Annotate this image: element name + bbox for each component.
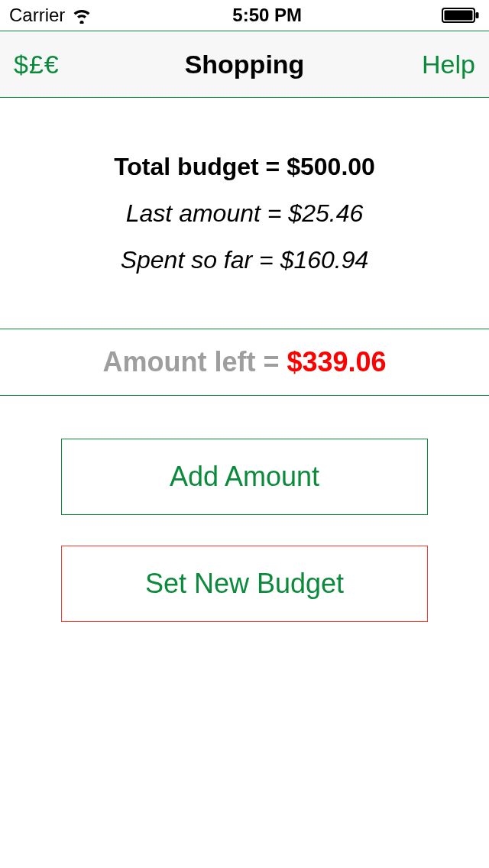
status-bar: Carrier 5:50 PM	[0, 0, 489, 31]
last-amount-label: Last amount =	[126, 199, 289, 227]
spent-so-far-label: Spent so far =	[121, 246, 280, 274]
amount-left-label: Amount left =	[102, 346, 279, 378]
carrier-label: Carrier	[9, 5, 65, 26]
spent-so-far-line: Spent so far = $160.94	[0, 237, 489, 283]
svg-rect-1	[444, 11, 472, 21]
total-budget-line: Total budget = $500.00	[0, 144, 489, 190]
wifi-icon	[71, 7, 92, 24]
action-buttons: Add Amount Set New Budget	[0, 439, 489, 622]
budget-summary: Total budget = $500.00 Last amount = $25…	[0, 144, 489, 283]
set-new-budget-button[interactable]: Set New Budget	[61, 546, 428, 622]
currency-button[interactable]: $£€	[14, 50, 60, 79]
amount-left-value: $339.06	[287, 346, 386, 378]
nav-bar: $£€ Shopping Help	[0, 31, 489, 98]
battery-icon	[442, 7, 480, 24]
amount-left-section: Amount left = $339.06	[0, 329, 489, 396]
page-title: Shopping	[0, 50, 489, 79]
total-budget-label: Total budget =	[114, 153, 287, 180]
add-amount-button[interactable]: Add Amount	[61, 439, 428, 515]
total-budget-value: $500.00	[287, 153, 375, 180]
last-amount-value: $25.46	[288, 199, 363, 227]
help-button[interactable]: Help	[422, 50, 475, 79]
status-left: Carrier	[9, 5, 92, 26]
svg-rect-2	[475, 12, 478, 18]
spent-so-far-value: $160.94	[280, 246, 369, 274]
last-amount-line: Last amount = $25.46	[0, 190, 489, 237]
main-content: Total budget = $500.00 Last amount = $25…	[0, 98, 489, 622]
clock-label: 5:50 PM	[232, 5, 302, 26]
status-right	[442, 7, 480, 24]
